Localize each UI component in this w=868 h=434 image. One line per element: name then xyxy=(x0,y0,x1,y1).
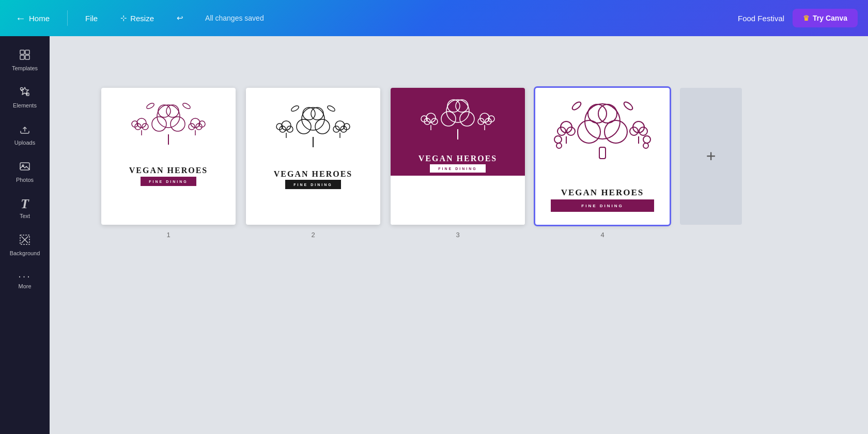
canvas-card-1[interactable]: VEGAN HEROES FINE DINING xyxy=(101,88,236,225)
background-label: Background xyxy=(10,250,40,256)
svg-text:VEGAN HEROES: VEGAN HEROES xyxy=(274,169,352,178)
resize-button[interactable]: ⊹ Resize xyxy=(115,10,159,26)
svg-point-33 xyxy=(311,107,323,120)
more-label: More xyxy=(18,283,31,289)
sidebar-item-uploads[interactable]: Uploads xyxy=(3,117,47,152)
try-canva-button[interactable]: ♛ Try Canva xyxy=(793,9,858,27)
resize-label: Resize xyxy=(130,14,154,23)
crown-icon: ♛ xyxy=(803,14,810,22)
canvas-card-3[interactable]: VEGAN HEROES FINE DINING xyxy=(391,88,525,225)
svg-rect-2 xyxy=(20,55,24,59)
header-left: ← Home File ⊹ Resize ↩ All changes saved xyxy=(10,9,727,27)
home-label: Home xyxy=(29,14,50,23)
svg-text:VEGAN HEROES: VEGAN HEROES xyxy=(419,154,497,163)
svg-rect-6 xyxy=(20,163,29,170)
svg-point-39 xyxy=(335,121,345,130)
svg-point-4 xyxy=(21,88,23,90)
svg-point-18 xyxy=(191,118,200,128)
undo-button[interactable]: ↩ xyxy=(172,10,189,26)
svg-rect-3 xyxy=(25,55,29,59)
uploads-icon xyxy=(19,123,31,137)
svg-text:VEGAN HEROES: VEGAN HEROES xyxy=(561,188,644,197)
svg-point-43 xyxy=(290,105,300,113)
sidebar-item-text[interactable]: T Text xyxy=(3,191,47,225)
main-canvas-area: VEGAN HEROES FINE DINING 1 xyxy=(50,36,868,434)
svg-text:FINE DINING: FINE DINING xyxy=(581,204,623,208)
svg-rect-0 xyxy=(20,50,24,54)
svg-text:VEGAN HEROES: VEGAN HEROES xyxy=(129,166,208,175)
page-3-number: 3 xyxy=(456,231,459,239)
page-2-number: 2 xyxy=(311,231,315,239)
header-right: Food Festival ♛ Try Canva xyxy=(738,9,858,27)
page-4-number: 4 xyxy=(600,231,604,239)
svg-point-37 xyxy=(287,126,293,132)
page-1-wrapper: VEGAN HEROES FINE DINING 1 xyxy=(101,88,236,239)
sidebar: Templates Elements Uploads Photos T Text xyxy=(0,36,50,434)
page-4-wrapper: VEGAN HEROES FINE DINING 4 xyxy=(535,88,670,239)
more-icon: ··· xyxy=(18,271,32,281)
svg-point-16 xyxy=(142,123,148,130)
sidebar-item-background[interactable]: Background xyxy=(3,227,47,262)
back-home-button[interactable]: ← Home xyxy=(10,9,55,27)
sidebar-item-elements[interactable]: Elements xyxy=(3,80,47,115)
status-text: All changes saved xyxy=(205,14,264,22)
page-2-wrapper: VEGAN HEROES FINE DINING 2 xyxy=(246,88,380,239)
file-button[interactable]: File xyxy=(80,11,103,26)
canvas-card-2[interactable]: VEGAN HEROES FINE DINING xyxy=(246,88,380,225)
svg-point-40 xyxy=(333,126,339,132)
uploads-label: Uploads xyxy=(14,140,35,146)
svg-text:FINE DINING: FINE DINING xyxy=(293,183,332,187)
svg-point-30 xyxy=(297,119,311,134)
svg-point-44 xyxy=(327,105,336,113)
page-1-number: 1 xyxy=(166,231,170,239)
back-arrow-icon: ← xyxy=(16,12,26,24)
svg-point-12 xyxy=(166,105,179,117)
elements-label: Elements xyxy=(13,102,37,109)
svg-point-10 xyxy=(171,117,185,131)
undo-icon: ↩ xyxy=(177,13,183,23)
svg-text:FINE DINING: FINE DINING xyxy=(149,180,188,183)
svg-text:FINE DINING: FINE DINING xyxy=(438,167,477,171)
sidebar-item-more[interactable]: ··· More xyxy=(3,265,47,296)
svg-rect-51 xyxy=(391,176,525,225)
add-page-icon: + xyxy=(706,147,716,166)
svg-point-14 xyxy=(137,118,146,128)
try-canva-label: Try Canva xyxy=(813,14,847,22)
file-label: File xyxy=(85,14,98,23)
photos-icon xyxy=(19,160,31,175)
sidebar-item-photos[interactable]: Photos xyxy=(3,154,47,189)
add-page-button[interactable]: + xyxy=(680,88,742,225)
svg-point-23 xyxy=(182,102,191,110)
sidebar-item-templates[interactable]: Templates xyxy=(3,42,47,78)
photos-label: Photos xyxy=(16,177,34,183)
svg-point-19 xyxy=(189,123,195,130)
canvas-row: VEGAN HEROES FINE DINING 1 xyxy=(101,88,837,239)
resize-icon: ⊹ xyxy=(120,13,127,23)
header-divider xyxy=(67,10,68,26)
elements-icon xyxy=(19,86,31,100)
header: ← Home File ⊹ Resize ↩ All changes saved… xyxy=(0,0,868,36)
page-3-wrapper: VEGAN HEROES FINE DINING 3 xyxy=(391,88,525,239)
svg-point-9 xyxy=(152,117,166,131)
templates-label: Templates xyxy=(12,65,38,71)
text-label: Text xyxy=(20,213,30,219)
templates-icon xyxy=(19,49,31,63)
svg-point-31 xyxy=(315,119,330,134)
svg-point-35 xyxy=(282,121,291,130)
background-icon xyxy=(19,234,31,248)
svg-point-22 xyxy=(146,102,155,110)
svg-rect-1 xyxy=(25,50,29,54)
body-container: Templates Elements Uploads Photos T Text xyxy=(0,36,868,434)
text-icon: T xyxy=(21,197,29,211)
canvas-card-4[interactable]: VEGAN HEROES FINE DINING xyxy=(535,88,670,225)
project-name: Food Festival xyxy=(738,14,784,23)
